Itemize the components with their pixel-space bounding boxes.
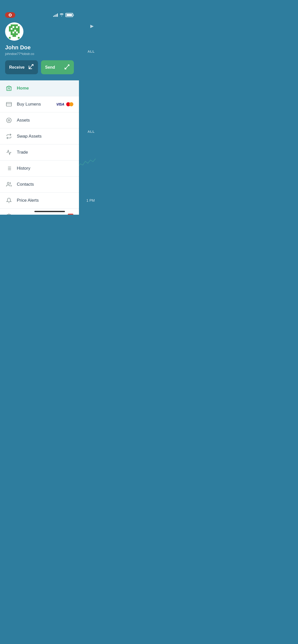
send-button[interactable]: Send <box>41 60 74 74</box>
svg-rect-14 <box>16 28 18 30</box>
svg-rect-23 <box>12 32 14 33</box>
sidebar-item-price-alerts[interactable]: Price Alerts <box>0 193 79 208</box>
sidebar-item-history[interactable]: History <box>0 160 79 176</box>
svg-rect-32 <box>6 103 11 106</box>
svg-rect-25 <box>16 32 18 33</box>
sidebar-item-home-label: Home <box>17 86 29 91</box>
user-address: johndoe77*lobstr.co <box>5 52 74 56</box>
contacts-icon <box>6 182 12 187</box>
svg-rect-18 <box>12 30 14 32</box>
all-label-top: ALL <box>88 50 95 53</box>
svg-point-41 <box>7 182 9 184</box>
svg-rect-21 <box>18 30 20 32</box>
avatar-pixel-art <box>7 24 21 39</box>
svg-rect-5 <box>11 26 12 28</box>
assets-icon <box>6 118 12 123</box>
time-label: 1 PM <box>86 198 95 202</box>
visa-mastercard-badge: VISA <box>56 102 73 107</box>
signal-bars-icon <box>53 13 58 17</box>
mastercard-icon <box>66 102 73 107</box>
drawer-header: John Doe johndoe77*lobstr.co Receive Sen… <box>0 0 79 80</box>
sidebar-item-buy-lumens[interactable]: Buy Lumens VISA <box>0 96 79 112</box>
svg-rect-27 <box>11 33 18 35</box>
user-name: John Doe <box>5 44 74 51</box>
sidebar-item-swap-assets-label: Swap Assets <box>17 134 42 139</box>
recording-indicator <box>5 12 15 18</box>
svg-rect-4 <box>9 26 11 28</box>
avatar <box>5 22 23 41</box>
send-label: Send <box>45 65 55 70</box>
svg-rect-9 <box>18 26 20 28</box>
screen: ► ALL ALL 1 PM <box>0 0 99 215</box>
svg-rect-29 <box>9 37 11 39</box>
sidebar-item-contacts[interactable]: Contacts <box>0 177 79 192</box>
svg-rect-19 <box>14 30 16 32</box>
svg-rect-31 <box>7 87 11 91</box>
svg-rect-2 <box>14 24 16 26</box>
sidebar-item-swap-assets[interactable]: Swap Assets <box>0 128 79 144</box>
history-icon <box>6 166 12 171</box>
gear-icon <box>6 214 12 215</box>
home-icon <box>6 85 12 91</box>
receive-icon <box>28 64 34 71</box>
svg-rect-7 <box>14 26 16 28</box>
send-icon: ► <box>89 23 95 30</box>
svg-rect-24 <box>14 32 16 33</box>
swap-icon <box>6 134 12 139</box>
svg-rect-22 <box>11 32 12 33</box>
visa-text: VISA <box>56 102 64 106</box>
svg-rect-26 <box>18 32 20 33</box>
svg-rect-6 <box>12 26 14 28</box>
bell-icon <box>6 198 12 203</box>
trade-icon <box>6 150 12 155</box>
svg-rect-20 <box>16 30 18 32</box>
sidebar-item-trade[interactable]: Trade <box>0 144 79 160</box>
sidebar-item-buy-lumens-label: Buy Lumens <box>17 102 41 107</box>
svg-rect-3 <box>16 24 18 26</box>
svg-rect-12 <box>12 28 14 30</box>
svg-rect-17 <box>11 30 12 32</box>
all-label-bottom: ALL <box>88 130 95 134</box>
sidebar-item-history-label: History <box>17 166 30 171</box>
sidebar-item-assets-label: Assets <box>17 118 30 123</box>
svg-rect-16 <box>9 30 11 32</box>
svg-rect-0 <box>11 24 12 26</box>
security-badge <box>68 214 73 215</box>
svg-rect-30 <box>18 37 20 39</box>
drawer-panel: John Doe johndoe77*lobstr.co Receive Sen… <box>0 0 79 215</box>
svg-point-34 <box>7 118 11 123</box>
svg-rect-8 <box>16 26 18 28</box>
svg-rect-13 <box>14 28 16 30</box>
sidebar-item-price-alerts-label: Price Alerts <box>17 198 39 203</box>
sidebar-item-contacts-label: Contacts <box>17 182 34 187</box>
battery-icon <box>65 13 74 17</box>
wifi-icon <box>59 13 64 17</box>
receive-label: Receive <box>9 65 25 70</box>
svg-rect-1 <box>12 24 14 26</box>
card-icon <box>6 101 12 107</box>
svg-rect-15 <box>18 28 20 30</box>
action-buttons: Receive Send <box>5 60 74 74</box>
recording-dot <box>9 13 12 17</box>
svg-rect-11 <box>11 28 12 30</box>
sidebar-item-trade-label: Trade <box>17 150 28 155</box>
sidebar-item-settings-label: Settings <box>17 214 32 215</box>
sidebar-item-home[interactable]: Home <box>0 80 79 96</box>
receive-button[interactable]: Receive <box>5 60 38 74</box>
send-icon <box>64 64 70 71</box>
sidebar-item-assets[interactable]: Assets <box>0 112 79 128</box>
menu-list: Home Buy Lumens VISA <box>0 80 79 215</box>
home-indicator <box>34 211 65 212</box>
svg-rect-28 <box>12 35 16 37</box>
status-bar <box>5 12 74 18</box>
status-icons <box>53 13 74 17</box>
svg-rect-10 <box>9 28 11 30</box>
